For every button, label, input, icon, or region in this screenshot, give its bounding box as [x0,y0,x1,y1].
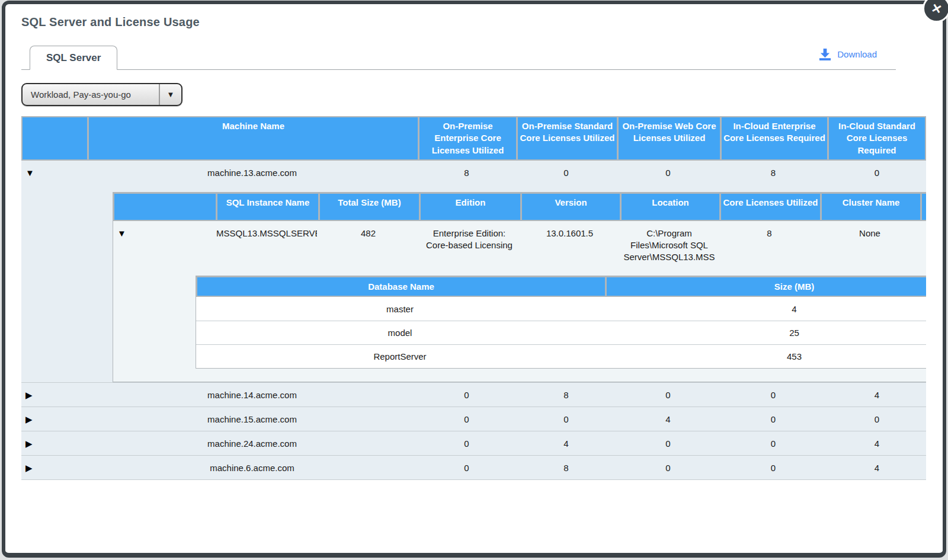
column-header-op-web: On-Premise Web Core Licenses Utilized [619,117,720,159]
machine-table: Machine Name On-Premise Enterprise Core … [21,116,926,480]
collapse-instance-icon[interactable]: ▼ [117,229,126,238]
column-header-expander [23,117,87,159]
op-standard-value: 8 [517,389,616,401]
op-web-value: 0 [617,462,719,474]
op-enterprise-value: 8 [418,167,515,179]
database-name: master [196,303,604,315]
op-enterprise-value: 0 [418,462,515,474]
column-header-location: Location [622,194,719,220]
ic-enterprise-value: 8 [720,167,826,179]
column-header-total-size: Total Size (MB) [320,194,419,220]
table-row: ▶ machine.24.acme.com 0 4 0 0 4 [21,431,926,455]
workload-filter-value: Workload, Pay-as-you-go [23,84,159,105]
op-standard-value: 0 [517,413,616,425]
column-header-instance-name: SQL Instance Name [217,194,318,220]
machine-table-header: Machine Name On-Premise Enterprise Core … [21,116,926,161]
column-header-clipped-stub [922,194,926,220]
ic-standard-value: 0 [828,413,926,425]
instance-location: C:\Program Files\Microsoft SQL Server\MS… [620,226,718,265]
machine-13-expanded-panel: SQL Instance Name Total Size (MB) Editio… [21,185,926,382]
machine-name: machine.14.acme.com [88,389,417,401]
ic-enterprise-value: 0 [720,462,826,474]
download-icon [818,48,832,60]
expand-row-icon[interactable]: ▶ [25,391,33,399]
database-name: model [196,327,604,339]
instance-cluster-name: None [821,226,919,241]
download-button[interactable]: Download [818,48,877,60]
instance-table-header: SQL Instance Name Total Size (MB) Editio… [113,193,926,221]
expand-row-icon[interactable]: ▶ [25,439,33,448]
instance-version: 13.0.1601.5 [521,226,619,241]
instance-row: ▼ MSSQL13.MSSQLSERVER 482 Enterprise Edi… [113,221,926,276]
database-name: ReportServer [196,350,604,363]
ic-standard-value: 4 [828,437,926,450]
database-table: Database Name Size (MB) master 4 model 2… [196,276,926,369]
column-header-core-licenses: Core Licenses Utilized [721,194,820,220]
table-row: ▼ machine.13.acme.com 8 0 0 8 0 [21,161,926,185]
column-header-op-standard: On-Premise Standard Core Licenses Utiliz… [518,117,617,159]
op-web-value: 0 [617,389,719,401]
ic-standard-value: 4 [828,462,926,474]
ic-enterprise-value: 0 [720,413,826,425]
table-row: ▶ machine.14.acme.com 0 8 0 0 4 [21,382,926,407]
instance-edition: Enterprise Edition: Core-based Licensing [419,226,519,253]
database-size: 453 [606,350,926,363]
table-bottom-border [21,479,926,480]
database-size: 4 [606,303,926,315]
download-label: Download [837,49,877,59]
dropdown-arrow-icon: ▼ [160,84,181,105]
column-header-op-enterprise: On-Premise Enterprise Core Licenses Util… [419,117,516,159]
op-enterprise-value: 0 [418,413,515,425]
column-header-expander [114,194,216,220]
machine-name: machine.6.acme.com [88,462,417,474]
op-web-value: 0 [617,167,719,179]
op-enterprise-value: 0 [418,437,515,450]
op-web-value: 4 [617,413,719,425]
collapse-row-icon[interactable]: ▼ [25,168,34,177]
tab-sql-server[interactable]: SQL Server [30,46,117,70]
expand-row-icon[interactable]: ▶ [25,463,33,472]
column-header-database-name: Database Name [197,277,605,296]
database-size: 25 [606,327,926,339]
ic-enterprise-value: 0 [720,437,826,450]
machine-name: machine.13.acme.com [88,167,417,179]
op-enterprise-value: 0 [418,389,515,401]
instance-total-size: 482 [319,226,418,241]
table-row: ▶ machine.15.acme.com 0 0 4 0 0 [21,407,926,431]
license-usage-dialog: ✕ SQL Server and License Usage SQL Serve… [2,1,946,558]
database-row: model 25 [196,321,926,344]
close-icon: ✕ [930,1,943,17]
op-standard-value: 8 [517,462,616,474]
column-header-ic-standard: In-Cloud Standard Core Licenses Required [829,117,925,159]
machine-name: machine.15.acme.com [88,413,417,425]
op-web-value: 0 [617,437,719,450]
op-standard-value: 4 [517,437,616,450]
dialog-content: SQL Server and License Usage SQL Server … [5,4,943,480]
tab-bar: SQL Server Download [21,46,896,70]
instance-name: MSSQL13.MSSQLSERVER [216,226,317,241]
column-header-edition: Edition [421,194,520,220]
expand-row-icon[interactable]: ▶ [25,415,33,424]
page-title: SQL Server and License Usage [21,15,943,29]
column-header-db-size: Size (MB) [607,277,926,296]
machine-name: machine.24.acme.com [88,437,417,450]
database-table-header: Database Name Size (MB) [196,276,926,297]
database-row: master 4 [196,297,926,321]
op-standard-value: 0 [517,167,616,179]
sql-instance-table: SQL Instance Name Total Size (MB) Editio… [113,192,926,382]
ic-enterprise-value: 0 [720,389,826,401]
ic-standard-value: 4 [828,389,926,401]
database-row: ReportServer 453 [196,344,926,368]
table-row: ▶ machine.6.acme.com 0 8 0 0 4 [21,455,926,479]
column-header-machine-name: Machine Name [89,117,418,159]
column-header-cluster-name: Cluster Name [822,194,920,220]
ic-standard-value: 0 [828,167,926,179]
instance-core-licenses: 8 [720,226,819,241]
workload-filter-select[interactable]: Workload, Pay-as-you-go ▼ [21,83,182,106]
column-header-version: Version [522,194,620,220]
column-header-ic-enterprise: In-Cloud Enterprise Core Licenses Requir… [722,117,827,159]
